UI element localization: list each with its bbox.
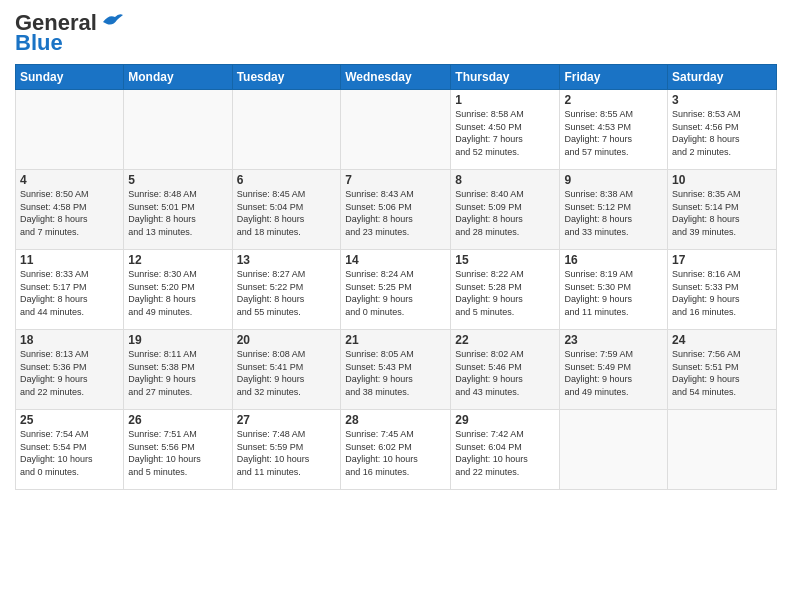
calendar-cell: 24Sunrise: 7:56 AM Sunset: 5:51 PM Dayli… [668,330,777,410]
day-info: Sunrise: 8:08 AM Sunset: 5:41 PM Dayligh… [237,348,337,398]
calendar-cell [124,90,232,170]
day-number: 9 [564,173,663,187]
day-info: Sunrise: 7:56 AM Sunset: 5:51 PM Dayligh… [672,348,772,398]
day-info: Sunrise: 8:55 AM Sunset: 4:53 PM Dayligh… [564,108,663,158]
day-number: 23 [564,333,663,347]
calendar-cell: 18Sunrise: 8:13 AM Sunset: 5:36 PM Dayli… [16,330,124,410]
day-number: 19 [128,333,227,347]
day-info: Sunrise: 8:38 AM Sunset: 5:12 PM Dayligh… [564,188,663,238]
day-number: 22 [455,333,555,347]
calendar-cell: 3Sunrise: 8:53 AM Sunset: 4:56 PM Daylig… [668,90,777,170]
calendar-week-row: 1Sunrise: 8:58 AM Sunset: 4:50 PM Daylig… [16,90,777,170]
calendar-cell: 23Sunrise: 7:59 AM Sunset: 5:49 PM Dayli… [560,330,668,410]
day-number: 2 [564,93,663,107]
calendar-cell [232,90,341,170]
day-info: Sunrise: 8:16 AM Sunset: 5:33 PM Dayligh… [672,268,772,318]
day-info: Sunrise: 7:54 AM Sunset: 5:54 PM Dayligh… [20,428,119,478]
day-info: Sunrise: 8:13 AM Sunset: 5:36 PM Dayligh… [20,348,119,398]
calendar-cell: 9Sunrise: 8:38 AM Sunset: 5:12 PM Daylig… [560,170,668,250]
calendar-cell: 19Sunrise: 8:11 AM Sunset: 5:38 PM Dayli… [124,330,232,410]
col-header-saturday: Saturday [668,65,777,90]
day-number: 3 [672,93,772,107]
day-info: Sunrise: 7:51 AM Sunset: 5:56 PM Dayligh… [128,428,227,478]
day-info: Sunrise: 8:30 AM Sunset: 5:20 PM Dayligh… [128,268,227,318]
calendar-cell: 1Sunrise: 8:58 AM Sunset: 4:50 PM Daylig… [451,90,560,170]
calendar-cell: 5Sunrise: 8:48 AM Sunset: 5:01 PM Daylig… [124,170,232,250]
calendar-week-row: 18Sunrise: 8:13 AM Sunset: 5:36 PM Dayli… [16,330,777,410]
day-number: 8 [455,173,555,187]
col-header-tuesday: Tuesday [232,65,341,90]
day-number: 27 [237,413,337,427]
calendar-cell: 17Sunrise: 8:16 AM Sunset: 5:33 PM Dayli… [668,250,777,330]
col-header-friday: Friday [560,65,668,90]
col-header-thursday: Thursday [451,65,560,90]
calendar-cell: 14Sunrise: 8:24 AM Sunset: 5:25 PM Dayli… [341,250,451,330]
day-info: Sunrise: 8:45 AM Sunset: 5:04 PM Dayligh… [237,188,337,238]
calendar-week-row: 11Sunrise: 8:33 AM Sunset: 5:17 PM Dayli… [16,250,777,330]
calendar-cell: 22Sunrise: 8:02 AM Sunset: 5:46 PM Dayli… [451,330,560,410]
day-number: 6 [237,173,337,187]
calendar-cell [341,90,451,170]
day-info: Sunrise: 7:42 AM Sunset: 6:04 PM Dayligh… [455,428,555,478]
day-number: 16 [564,253,663,267]
day-number: 17 [672,253,772,267]
day-number: 4 [20,173,119,187]
day-number: 20 [237,333,337,347]
calendar-header-row: SundayMondayTuesdayWednesdayThursdayFrid… [16,65,777,90]
day-info: Sunrise: 7:45 AM Sunset: 6:02 PM Dayligh… [345,428,446,478]
calendar-cell: 7Sunrise: 8:43 AM Sunset: 5:06 PM Daylig… [341,170,451,250]
day-number: 12 [128,253,227,267]
day-info: Sunrise: 8:11 AM Sunset: 5:38 PM Dayligh… [128,348,227,398]
calendar-cell: 21Sunrise: 8:05 AM Sunset: 5:43 PM Dayli… [341,330,451,410]
page: General Blue SundayMondayTuesdayWednesda… [0,0,792,612]
day-info: Sunrise: 8:43 AM Sunset: 5:06 PM Dayligh… [345,188,446,238]
calendar-cell: 25Sunrise: 7:54 AM Sunset: 5:54 PM Dayli… [16,410,124,490]
calendar-cell: 27Sunrise: 7:48 AM Sunset: 5:59 PM Dayli… [232,410,341,490]
day-info: Sunrise: 8:24 AM Sunset: 5:25 PM Dayligh… [345,268,446,318]
day-number: 26 [128,413,227,427]
day-info: Sunrise: 8:48 AM Sunset: 5:01 PM Dayligh… [128,188,227,238]
calendar-cell: 2Sunrise: 8:55 AM Sunset: 4:53 PM Daylig… [560,90,668,170]
header: General Blue [15,10,777,56]
day-info: Sunrise: 8:05 AM Sunset: 5:43 PM Dayligh… [345,348,446,398]
calendar-cell: 13Sunrise: 8:27 AM Sunset: 5:22 PM Dayli… [232,250,341,330]
calendar-cell: 28Sunrise: 7:45 AM Sunset: 6:02 PM Dayli… [341,410,451,490]
logo-bird-icon [101,12,123,30]
day-number: 29 [455,413,555,427]
calendar-cell: 26Sunrise: 7:51 AM Sunset: 5:56 PM Dayli… [124,410,232,490]
calendar-cell [560,410,668,490]
calendar-cell: 12Sunrise: 8:30 AM Sunset: 5:20 PM Dayli… [124,250,232,330]
calendar-cell: 11Sunrise: 8:33 AM Sunset: 5:17 PM Dayli… [16,250,124,330]
day-info: Sunrise: 8:53 AM Sunset: 4:56 PM Dayligh… [672,108,772,158]
day-number: 24 [672,333,772,347]
calendar-table: SundayMondayTuesdayWednesdayThursdayFrid… [15,64,777,490]
day-number: 14 [345,253,446,267]
day-info: Sunrise: 8:40 AM Sunset: 5:09 PM Dayligh… [455,188,555,238]
day-number: 7 [345,173,446,187]
logo-blue-text: Blue [15,30,63,56]
calendar-cell [16,90,124,170]
calendar-cell: 6Sunrise: 8:45 AM Sunset: 5:04 PM Daylig… [232,170,341,250]
day-number: 15 [455,253,555,267]
logo: General Blue [15,10,123,56]
calendar-cell: 4Sunrise: 8:50 AM Sunset: 4:58 PM Daylig… [16,170,124,250]
day-number: 21 [345,333,446,347]
day-info: Sunrise: 8:19 AM Sunset: 5:30 PM Dayligh… [564,268,663,318]
day-info: Sunrise: 8:33 AM Sunset: 5:17 PM Dayligh… [20,268,119,318]
day-number: 25 [20,413,119,427]
day-number: 13 [237,253,337,267]
day-number: 11 [20,253,119,267]
calendar-week-row: 25Sunrise: 7:54 AM Sunset: 5:54 PM Dayli… [16,410,777,490]
calendar-cell: 20Sunrise: 8:08 AM Sunset: 5:41 PM Dayli… [232,330,341,410]
calendar-cell: 16Sunrise: 8:19 AM Sunset: 5:30 PM Dayli… [560,250,668,330]
calendar-cell [668,410,777,490]
day-info: Sunrise: 8:22 AM Sunset: 5:28 PM Dayligh… [455,268,555,318]
day-info: Sunrise: 8:50 AM Sunset: 4:58 PM Dayligh… [20,188,119,238]
day-number: 10 [672,173,772,187]
day-info: Sunrise: 8:58 AM Sunset: 4:50 PM Dayligh… [455,108,555,158]
calendar-cell: 10Sunrise: 8:35 AM Sunset: 5:14 PM Dayli… [668,170,777,250]
day-number: 28 [345,413,446,427]
day-info: Sunrise: 8:35 AM Sunset: 5:14 PM Dayligh… [672,188,772,238]
day-info: Sunrise: 7:48 AM Sunset: 5:59 PM Dayligh… [237,428,337,478]
calendar-cell: 15Sunrise: 8:22 AM Sunset: 5:28 PM Dayli… [451,250,560,330]
